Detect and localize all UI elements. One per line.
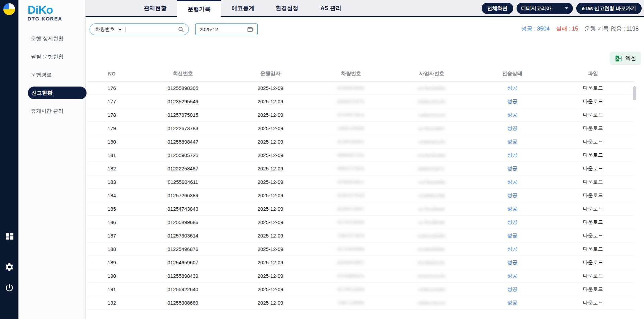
cell-line-number: 01255898305 <box>137 81 229 95</box>
sidebar-item-rest-time[interactable]: 휴게시간 관리 <box>18 102 85 120</box>
cell-no: 192 <box>87 296 137 309</box>
cell-line-number: 01255898439 <box>137 269 229 282</box>
table-scrollbar-thumb[interactable] <box>633 86 636 100</box>
power-logout-icon[interactable] <box>5 283 14 293</box>
cell-vehicle-number-masked: 8156바4608 <box>311 81 390 95</box>
cell-no: 176 <box>87 81 137 95</box>
brand-title: DiKo <box>28 4 85 15</box>
download-link[interactable]: 다운로드 <box>552 269 634 282</box>
download-link[interactable]: 다운로드 <box>552 256 634 269</box>
table-row: 191 01255922640 2025-12-09 8174다1848 133… <box>87 282 634 296</box>
download-link[interactable]: 다운로드 <box>552 175 634 189</box>
col-business-number: 사업자번호 <box>391 66 473 81</box>
cell-line-number: 01257303614 <box>137 229 229 242</box>
company-dropdown[interactable]: 디티지코리아 <box>517 3 573 14</box>
cell-transmission-status: 성공 <box>473 121 552 135</box>
sidebar-item-drive-detail[interactable]: 운행 상세현황 <box>18 30 85 48</box>
download-link[interactable]: 다운로드 <box>552 135 634 148</box>
table-row: 192 01255908689 2025-12-09 7487고8668 269… <box>87 296 634 309</box>
cell-drive-date: 2025-12-09 <box>229 242 312 256</box>
fullscreen-button[interactable]: 전체화면 <box>482 3 513 14</box>
stat-norecord-label: 운행 기록 없음 : <box>585 25 625 32</box>
divider <box>125 26 126 33</box>
dashboard-grid-icon[interactable] <box>5 232 14 242</box>
cell-vehicle-number-masked: 8208다3947 <box>311 202 390 215</box>
tab-control-status[interactable]: 관제현황 <box>133 0 177 16</box>
excel-icon: X <box>615 55 622 62</box>
download-link[interactable]: 다운로드 <box>552 121 634 135</box>
cell-business-number-masked: 3686232871 <box>391 162 473 175</box>
download-link[interactable]: 다운로드 <box>552 202 634 215</box>
col-drive-date: 운행일자 <box>229 66 312 81</box>
tab-eco-stats[interactable]: 에코통계 <box>221 0 265 16</box>
cell-transmission-status: 성공 <box>473 229 552 242</box>
report-table: NO 회선번호 운행일자 차량번호 사업자번호 전송상태 파일 176 0125… <box>87 66 634 310</box>
company-dropdown-value: 디티지코리아 <box>521 5 551 12</box>
download-link[interactable]: 다운로드 <box>552 282 634 296</box>
download-link[interactable]: 다운로드 <box>552 108 634 121</box>
col-vehicle-number: 차량번호 <box>311 66 390 81</box>
cell-drive-date: 2025-12-09 <box>229 202 312 215</box>
download-link[interactable]: 다운로드 <box>552 95 634 108</box>
tab-as-management[interactable]: AS 관리 <box>309 0 353 16</box>
excel-export-button[interactable]: X 엑셀 <box>610 52 641 65</box>
search-filter-pill: 차량번호 <box>90 23 189 35</box>
tab-env-settings[interactable]: 환경설정 <box>265 0 309 16</box>
cell-drive-date: 2025-12-09 <box>229 269 312 282</box>
cell-drive-date: 2025-12-09 <box>229 175 312 189</box>
cell-vehicle-number-masked: 8293다1573 <box>311 95 390 108</box>
table-row: 189 01254659607 2025-12-09 8209머4807 812… <box>87 256 634 269</box>
cell-no: 189 <box>87 256 137 269</box>
col-no: NO <box>87 66 137 81</box>
sidebar-item-report-status[interactable]: 신고현황 <box>28 87 87 99</box>
sidebar-item-drive-route[interactable]: 운행경로 <box>18 66 85 84</box>
cell-line-number: 01255905725 <box>137 148 229 162</box>
app-root: DiKo DTG KOREA 운행 상세현황 월별 운행현황 운행경로 신고현황… <box>0 0 644 319</box>
cell-no: 181 <box>87 148 137 162</box>
cell-transmission-status: 성공 <box>473 269 552 282</box>
cell-vehicle-number-masked: 8209머4807 <box>311 256 390 269</box>
search-input[interactable] <box>129 27 178 32</box>
cell-line-number: 01222258487 <box>137 162 229 175</box>
cell-line-number: 01225496876 <box>137 242 229 256</box>
cell-no: 186 <box>87 215 137 229</box>
download-link[interactable]: 다운로드 <box>552 296 634 309</box>
cell-drive-date: 2025-12-09 <box>229 121 312 135</box>
cell-drive-date: 2025-12-09 <box>229 162 312 175</box>
tab-drive-record[interactable]: 운행기록 <box>177 0 221 17</box>
app-logo-icon <box>3 3 15 15</box>
download-link[interactable]: 다운로드 <box>552 242 634 256</box>
download-link[interactable]: 다운로드 <box>552 81 634 95</box>
cell-drive-date: 2025-12-09 <box>229 296 312 309</box>
cell-transmission-status: 성공 <box>473 81 552 95</box>
settings-gear-icon[interactable] <box>5 262 14 272</box>
table-row: 184 01257266389 2025-12-09 8150자7529 114… <box>87 189 634 202</box>
month-picker[interactable]: 2025-12 <box>195 23 258 35</box>
download-link[interactable]: 다운로드 <box>552 215 634 229</box>
cell-business-number-masked: 1178213887 <box>391 121 473 135</box>
cell-transmission-status: 성공 <box>473 282 552 296</box>
cell-vehicle-number-masked: 8153해9415 <box>311 269 390 282</box>
sidebar-item-monthly-drive[interactable]: 월별 운행현황 <box>18 48 85 66</box>
cell-line-number: 01255922640 <box>137 282 229 296</box>
cell-drive-date: 2025-12-09 <box>229 135 312 148</box>
cell-drive-date: 2025-12-09 <box>229 95 312 108</box>
stat-success-label: 성공 : <box>521 25 535 32</box>
etas-shortcut-button[interactable]: eTas 신고현황 바로가기 <box>576 3 642 14</box>
cell-drive-date: 2025-12-09 <box>229 229 312 242</box>
download-link[interactable]: 다운로드 <box>552 148 634 162</box>
cell-transmission-status: 성공 <box>473 162 552 175</box>
cell-no: 179 <box>87 121 137 135</box>
cell-drive-date: 2025-12-09 <box>229 282 312 296</box>
cell-business-number-masked: 2135230386 <box>391 148 473 162</box>
cell-business-number-masked: 1148661286 <box>391 189 473 202</box>
cell-drive-date: 2025-12-09 <box>229 108 312 121</box>
download-link[interactable]: 다운로드 <box>552 189 634 202</box>
search-category-select[interactable]: 차량번호 <box>95 26 122 33</box>
download-link[interactable]: 다운로드 <box>552 229 634 242</box>
table-row: 186 01255899686 2025-12-09 8174자3546 117… <box>87 215 634 229</box>
search-icon[interactable] <box>178 26 184 33</box>
table-row: 181 01255905725 2025-12-09 6984파7215 213… <box>87 148 634 162</box>
download-link[interactable]: 다운로드 <box>552 162 634 175</box>
cell-business-number-masked: 5332023235 <box>391 269 473 282</box>
